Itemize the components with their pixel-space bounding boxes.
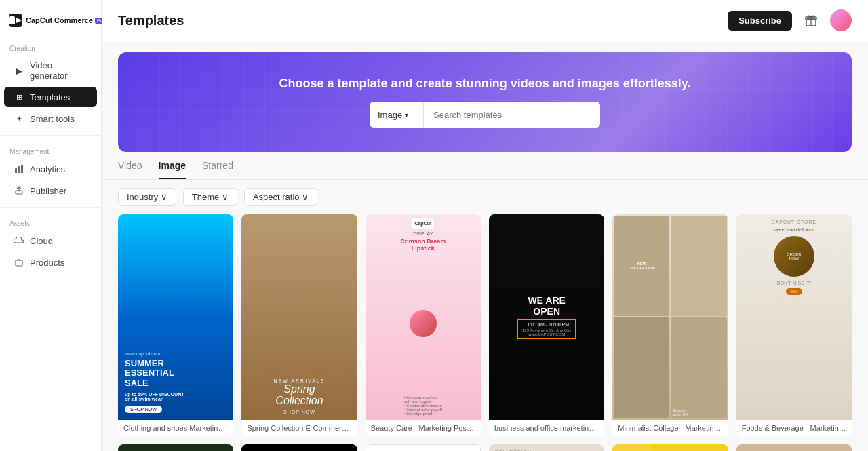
template-thumb-9: WE ARE OPEN 11:00 AM - 10:00 PM 123 Anyw… — [366, 444, 481, 451]
aspect-ratio-filter[interactable]: Aspect ratio ∨ — [244, 188, 317, 206]
hero-title: Choose a template and create stunning vi… — [134, 77, 835, 91]
type-select[interactable]: Image ▾ — [370, 102, 424, 128]
publisher-icon — [14, 185, 24, 196]
creation-section-label: Creation — [0, 38, 101, 55]
type-select-chevron: ▾ — [405, 111, 408, 119]
template-card-1[interactable]: www.capcut.com SUMMERESSENTIALSALE up to… — [118, 214, 233, 436]
svg-marker-1 — [16, 18, 22, 23]
template-thumb-1: www.capcut.com SUMMERESSENTIALSALE up to… — [118, 214, 233, 420]
gift-button[interactable] — [800, 9, 822, 31]
template-label-4: business and office marketing... — [489, 420, 604, 436]
hero-banner: Choose a template and create stunning vi… — [118, 52, 852, 152]
sidebar-divider-2 — [0, 207, 101, 208]
logo-commerce-text: Commerce — [54, 16, 93, 24]
template-card-10[interactable]: COLLECTION Minimalist — [489, 444, 604, 451]
hero-search-row: Image ▾ — [134, 102, 835, 128]
sidebar-item-label-products: Products — [30, 258, 64, 268]
analytics-icon — [14, 163, 24, 174]
template-thumb-10: COLLECTION Minimalist — [489, 444, 604, 451]
sidebar-item-label-analytics: Analytics — [30, 164, 65, 174]
sidebar-item-label-smart-tools: Smart tools — [30, 114, 75, 124]
logo-brand-name: CapCut — [26, 16, 52, 24]
svg-rect-4 — [21, 165, 23, 173]
header-actions: Subscribe — [728, 9, 852, 31]
template-label-5: Minimalist Collage - Marketing... — [612, 420, 728, 436]
sidebar: CapCut Commerce Pro Creation ▶ Video gen… — [0, 0, 102, 451]
template-thumb-12: Capcut Shop Exclusive Collection SUPERSA… — [736, 444, 852, 451]
sidebar-item-label-cloud: Cloud — [30, 236, 53, 246]
logo-icon — [9, 14, 22, 27]
products-icon — [14, 257, 24, 268]
template-thumb-5: NEWCOLLECTION Discountup to 50% — [612, 214, 728, 420]
sidebar-item-video-generator[interactable]: ▶ Video generator — [4, 56, 97, 85]
template-card-9[interactable]: WE ARE OPEN 11:00 AM - 10:00 PM 123 Anyw… — [366, 444, 481, 451]
templates-grid: www.capcut.com SUMMERESSENTIALSALE up to… — [118, 214, 852, 451]
template-card-6[interactable]: CAPCUT STORE sweet and delicious ORDERNO… — [736, 214, 852, 436]
template-card-4[interactable]: WE AREOPEN 11:00 AM - 10:00 PM 123 Anywh… — [489, 214, 604, 436]
theme-filter[interactable]: Theme ∨ — [183, 188, 237, 206]
sidebar-item-label-publisher: Publisher — [30, 186, 66, 196]
tab-starred[interactable]: Starred — [202, 160, 233, 179]
sidebar-divider-1 — [0, 135, 101, 136]
logo: CapCut Commerce Pro — [0, 8, 101, 38]
template-label-6: Foods & Beverage - Marketing... — [736, 420, 852, 436]
sidebar-item-analytics[interactable]: Analytics — [4, 159, 97, 179]
template-card-2[interactable]: NEW ARRIVALS SpringCollection SHOP NOW S… — [241, 214, 357, 436]
user-avatar[interactable] — [830, 9, 852, 31]
template-thumb-7: NEWCOLLECTION Express Your Charm With Ou… — [118, 444, 233, 451]
template-card-12[interactable]: Capcut Shop Exclusive Collection SUPERSA… — [736, 444, 852, 451]
svg-rect-6 — [16, 260, 22, 266]
top-header: Templates Subscribe — [102, 0, 868, 41]
templates-icon: ⊞ — [14, 92, 24, 102]
search-input[interactable] — [424, 102, 600, 128]
management-section-label: Management — [0, 141, 101, 158]
svg-rect-3 — [18, 166, 20, 173]
smart-tools-icon: ✦ — [14, 113, 24, 124]
template-thumb-6: CAPCUT STORE sweet and delicious ORDERNO… — [736, 214, 852, 420]
tabs-row: Video Image Starred — [102, 152, 868, 180]
type-select-label: Image — [378, 110, 402, 120]
svg-rect-0 — [9, 16, 15, 24]
template-thumb-8: Capcut Shop BLACKFRIDAY Discount Up to 5… — [241, 444, 357, 451]
svg-rect-2 — [15, 168, 17, 173]
page-title: Templates — [118, 13, 184, 28]
sidebar-item-label-video: Video generator — [30, 60, 87, 81]
sidebar-item-templates[interactable]: ⊞ Templates — [4, 87, 97, 107]
template-thumb-2: NEW ARRIVALS SpringCollection SHOP NOW — [241, 214, 357, 420]
templates-scroll: www.capcut.com SUMMERESSENTIALSALE up to… — [102, 214, 868, 451]
sidebar-item-label-templates: Templates — [30, 92, 70, 102]
template-card-8[interactable]: Capcut Shop BLACKFRIDAY Discount Up to 5… — [241, 444, 357, 451]
sidebar-item-publisher[interactable]: Publisher — [4, 180, 97, 201]
template-label-2: Spring Collection E-Commerce... — [241, 420, 357, 436]
main-content: Templates Subscribe Choose a template an… — [102, 0, 868, 451]
video-generator-icon: ▶ — [14, 65, 24, 76]
sidebar-item-smart-tools[interactable]: ✦ Smart tools — [4, 109, 97, 129]
template-thumb-3: CapCut DISPLAY Crimson DreamLipstick • K… — [366, 214, 481, 420]
template-card-3[interactable]: CapCut DISPLAY Crimson DreamLipstick • K… — [366, 214, 481, 436]
template-label-1: Clothing and shoes Marketing... — [118, 420, 233, 436]
template-thumb-4: WE AREOPEN 11:00 AM - 10:00 PM 123 Anywh… — [489, 214, 604, 420]
sidebar-item-cloud[interactable]: Cloud — [4, 231, 97, 251]
template-card-11[interactable]: DISCOVER THE NEW SUMMERCOLLECTION 55% SH… — [612, 444, 728, 451]
cloud-icon — [14, 235, 24, 246]
tab-image[interactable]: Image — [159, 160, 186, 179]
template-label-3: Beauty Care - Marketing Poste... — [366, 420, 481, 436]
industry-filter[interactable]: Industry ∨ — [118, 188, 176, 206]
template-card-7[interactable]: NEWCOLLECTION Express Your Charm With Ou… — [118, 444, 233, 451]
subscribe-button[interactable]: Subscribe — [728, 11, 792, 31]
tab-video[interactable]: Video — [118, 160, 142, 179]
sidebar-item-products[interactable]: Products — [4, 252, 97, 273]
filters-row: Industry ∨ Theme ∨ Aspect ratio ∨ — [102, 180, 868, 214]
template-thumb-11: DISCOVER THE NEW SUMMERCOLLECTION 55% SH… — [612, 444, 728, 451]
assets-section-label: Assets — [0, 213, 101, 230]
template-card-5[interactable]: NEWCOLLECTION Discountup to 50% Minimali… — [612, 214, 728, 436]
